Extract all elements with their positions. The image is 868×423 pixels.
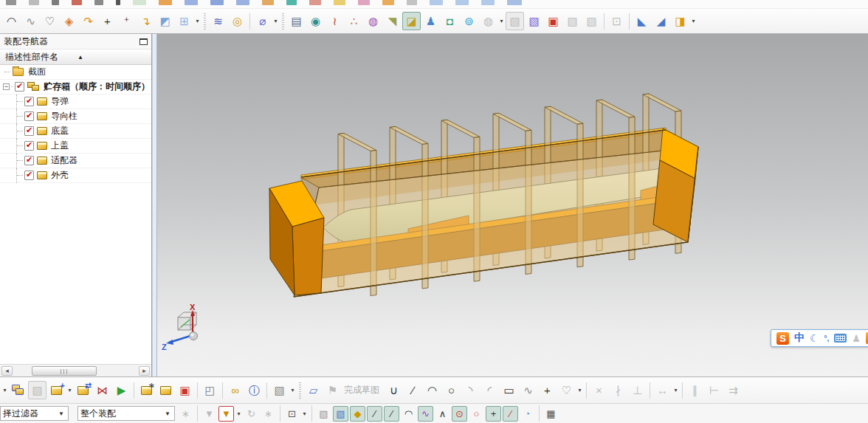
visibility-checkbox[interactable]: ✔ (24, 97, 34, 106)
art-brush-button[interactable]: ≀ (326, 12, 344, 30)
section-surface-button[interactable]: ◩ (156, 12, 174, 30)
spotlight-button[interactable]: ◥ (383, 12, 402, 30)
sketch-profile-button[interactable]: ♡ (557, 381, 576, 399)
auto-dimension-button[interactable]: ⇉ (724, 381, 743, 399)
sketch-fillet-button[interactable]: ◝ (461, 381, 480, 399)
revolve-wedge-button[interactable]: ◢ (652, 12, 670, 30)
tree-row-component[interactable]: ✔底盖 (0, 124, 151, 139)
delete-spring-dropdown[interactable]: ▾ (272, 18, 279, 24)
wireframe-view-cube-button[interactable]: ▧ (333, 406, 348, 422)
fit-curve-button[interactable]: ∪ (385, 381, 403, 399)
helix-button[interactable]: ≋ (209, 12, 227, 30)
panel-horizontal-scrollbar[interactable]: ◂ ▸ (0, 364, 151, 376)
make-corner-button[interactable]: ⊥ (628, 381, 647, 399)
partial-plane-green-icon[interactable] (133, 0, 146, 5)
extrude-wedge-button[interactable]: ◣ (633, 12, 651, 30)
snap-intersection-button[interactable]: ∿ (418, 406, 433, 422)
find-component-button[interactable] (9, 381, 27, 399)
suppress-component-button[interactable]: ▣ (176, 381, 194, 399)
sketch-in-task-env-button[interactable]: ▱ (304, 381, 323, 399)
tree-row-component[interactable]: ✔导弹 (0, 94, 151, 109)
swept-surface-button[interactable]: ◈ (60, 12, 78, 30)
actor-person-button[interactable]: ♟ (421, 12, 440, 30)
selection-scope-combo[interactable]: 整个装配 ▼ (78, 406, 175, 421)
ray-traced-display-button[interactable]: ▧ (582, 12, 601, 30)
graphics-viewport[interactable]: X Z S 中 ☾ °, ♟ (157, 34, 868, 376)
combined-projection-button[interactable]: ↴ (137, 12, 155, 30)
partial-curve-icon[interactable] (6, 0, 16, 5)
add-component-dropdown[interactable]: ▾ (66, 387, 73, 393)
partial-gray-sheet-icon[interactable] (407, 0, 417, 5)
snap-quadrant-point-button[interactable]: ○ (469, 406, 484, 422)
partial-red-frame-icon[interactable] (309, 0, 321, 5)
add-component-button[interactable]: + (47, 381, 66, 399)
scrollbar-thumb[interactable] (32, 366, 97, 376)
intersection-curve-button[interactable]: ⊞ (175, 12, 193, 30)
parallel-constraint-button[interactable]: ∥ (686, 381, 704, 399)
partial-curve-2-icon[interactable] (94, 0, 103, 5)
visual-effect-button[interactable]: ◍ (479, 12, 497, 30)
partial-pink-balls-icon[interactable] (358, 0, 370, 5)
partial-orange-tool-icon[interactable] (262, 0, 274, 5)
sketch-chamfer-button[interactable]: ◜ (480, 381, 499, 399)
tree-row-component[interactable]: ✔适配器 (0, 154, 151, 168)
ime-toolbar[interactable]: S 中 ☾ °, ♟ (771, 329, 868, 347)
material-ring-button[interactable]: ◍ (364, 12, 382, 30)
sketch-point-button[interactable]: + (538, 381, 557, 399)
photo-render-button[interactable]: ◉ (306, 12, 325, 30)
visibility-checkbox[interactable]: ✔ (24, 111, 34, 121)
move-component-button[interactable]: ⇄ (74, 381, 92, 399)
true-shading-button[interactable]: ▧ (525, 12, 543, 30)
snap-control-point-button[interactable]: ◠ (401, 406, 416, 422)
filter-gray-button[interactable]: ▼ (202, 406, 217, 422)
sogou-logo-icon[interactable]: S (776, 332, 789, 345)
reset-orientation-button[interactable]: ↻ (244, 406, 259, 422)
rectangle-select-dropdown[interactable]: ▾ (301, 410, 308, 417)
material-colors-button[interactable]: ∴ (345, 12, 363, 30)
partial-blue-cube-icon[interactable] (185, 0, 198, 5)
filter-misc-button[interactable]: ∗ (261, 406, 276, 422)
ime-soft-keyboard-icon[interactable] (834, 334, 847, 343)
general-selection-filter-button[interactable]: ▼ (218, 406, 234, 422)
display-mode-cube-button[interactable]: ▧ (270, 381, 289, 399)
float-window-icon[interactable] (140, 38, 148, 45)
sketch-circle-button[interactable]: ○ (442, 381, 461, 399)
partial-orange-cubes-icon[interactable] (159, 0, 172, 5)
shaded-view-cube-button[interactable]: ▧ (316, 406, 331, 422)
project-curve-button[interactable]: ↷ (79, 12, 97, 30)
replace-component-button[interactable]: ∗ (137, 381, 156, 399)
mirror-assembly-button[interactable]: ⋈ (93, 381, 111, 399)
rectangle-select-button[interactable]: ⊡ (284, 406, 300, 422)
pattern-component-button[interactable] (156, 381, 175, 399)
sketch-spline-button[interactable]: ∿ (519, 381, 537, 399)
arc-through-points-button[interactable]: ◠ (2, 12, 21, 30)
profile-curve-button[interactable]: ♡ (41, 12, 59, 30)
basic-light-button[interactable]: ◪ (402, 12, 421, 30)
ime-account-icon[interactable]: ♟ (852, 333, 861, 344)
snap-point-toggle-button[interactable]: ◆ (350, 406, 365, 422)
ime-language-toggle[interactable]: 中 (794, 331, 805, 345)
visibility-checkbox[interactable]: ✔ (24, 156, 34, 165)
interpart-link-info-button[interactable]: ⓘ (245, 381, 264, 399)
partial-spline-icon[interactable] (29, 0, 39, 5)
geometric-constraints-button[interactable]: ⊢ (705, 381, 723, 399)
general-selection-filter-dropdown[interactable]: ▾ (235, 410, 242, 417)
point-set-button[interactable]: ⁺ (117, 12, 136, 30)
sketch-line-button[interactable]: ∕ (404, 381, 422, 399)
gray-cubes-button[interactable]: ▧ (506, 12, 524, 30)
capture-region-button[interactable]: ⊡ (607, 12, 626, 30)
visibility-checkbox[interactable]: ✔ (15, 82, 24, 92)
snap-endpoint-button[interactable]: ∕ (367, 406, 382, 422)
display-mode-cube-dropdown[interactable]: ▾ (289, 387, 296, 393)
sheet-operations-dropdown[interactable]: ▾ (690, 18, 697, 24)
type-filter-combo[interactable]: 择过滤器 ▼ (0, 406, 69, 421)
system-palette-button[interactable]: ⊚ (460, 12, 478, 30)
studio-spline-button[interactable]: ∿ (21, 12, 40, 30)
scroll-left-button[interactable]: ◂ (1, 366, 13, 376)
quick-trim-button[interactable]: × (590, 381, 608, 399)
exploded-views-button[interactable]: ◰ (201, 381, 219, 399)
partial-line-icon[interactable] (52, 0, 59, 5)
snap-existing-point-button[interactable]: + (486, 406, 501, 422)
visibility-checkbox[interactable]: ✔ (24, 171, 34, 180)
partial-orange-sheet-icon[interactable] (382, 0, 394, 5)
